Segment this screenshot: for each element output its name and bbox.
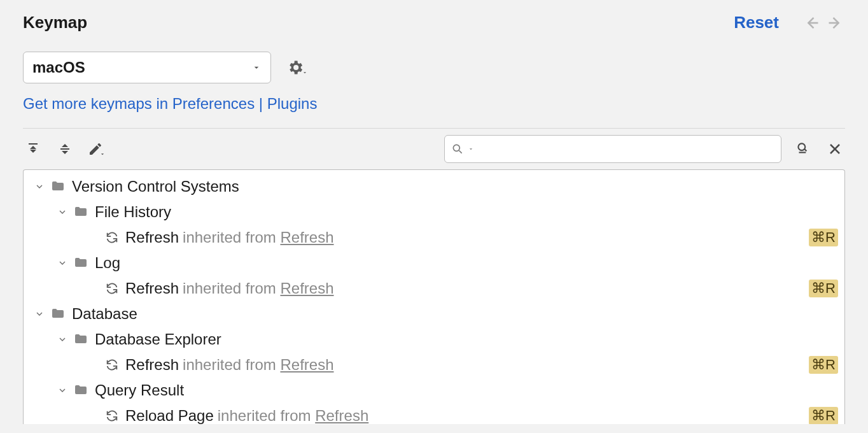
folder-icon: [73, 204, 88, 220]
find-by-shortcut-button[interactable]: [793, 139, 813, 159]
svg-rect-1: [60, 148, 69, 150]
inherited-from-link[interactable]: Refresh: [280, 356, 333, 374]
shortcut-badge: ⌘R: [809, 407, 838, 424]
tree-action-name: Refresh: [125, 229, 179, 246]
inherited-prefix: inherited from: [218, 407, 311, 424]
tree-subgroup[interactable]: File History: [24, 199, 844, 225]
page-title: Keymap: [23, 13, 87, 32]
search-icon: [451, 143, 464, 155]
inherited-from-link[interactable]: Refresh: [280, 229, 333, 246]
refresh-icon: [105, 281, 119, 295]
svg-rect-0: [29, 143, 38, 145]
chevron-down-icon: [32, 181, 46, 192]
tree-subgroup[interactable]: Database Explorer: [24, 327, 844, 352]
tree-action-name: Reload Page: [125, 407, 214, 424]
refresh-icon: [105, 231, 119, 245]
more-keymaps-link[interactable]: Get more keymaps in Preferences | Plugin…: [23, 95, 845, 113]
svg-point-2: [453, 145, 459, 151]
tree-group-label: Version Control Systems: [72, 178, 239, 195]
close-icon: [827, 141, 843, 157]
keymap-select-value: macOS: [32, 59, 85, 76]
expand-all-button[interactable]: [23, 139, 43, 159]
tree-subgroup[interactable]: Query Result: [24, 378, 844, 403]
keymap-tree[interactable]: Version Control Systems File History Ref…: [23, 169, 845, 424]
search-input[interactable]: [478, 142, 774, 157]
tree-action[interactable]: Refresh inherited from Refresh ⌘R: [24, 352, 844, 378]
folder-icon: [50, 179, 66, 194]
chevron-down-icon: [32, 309, 46, 319]
inherited-from-link[interactable]: Refresh: [315, 407, 368, 424]
tree-group-label: Database: [72, 305, 137, 323]
inherited-prefix: inherited from: [183, 280, 276, 297]
keymap-select[interactable]: macOS: [23, 52, 271, 83]
reset-button[interactable]: Reset: [734, 13, 779, 32]
folder-icon: [73, 383, 88, 398]
tree-subgroup-label: Log: [95, 254, 120, 272]
tree-subgroup[interactable]: Log: [24, 250, 844, 276]
chevron-down-small-icon: [99, 151, 106, 157]
forward-button[interactable]: [826, 13, 845, 32]
tree-group[interactable]: Database: [24, 301, 844, 327]
arrow-right-icon: [827, 14, 844, 32]
collapse-all-icon: [57, 141, 73, 157]
search-options-caret-icon[interactable]: [468, 146, 474, 152]
shortcut-badge: ⌘R: [809, 356, 838, 374]
chevron-down-icon: [55, 258, 69, 268]
edit-shortcut-button[interactable]: [87, 139, 107, 159]
back-button[interactable]: [802, 13, 821, 32]
chevron-down-icon: [55, 385, 69, 395]
caret-down-icon: [251, 62, 262, 73]
chevron-down-icon: [55, 207, 69, 217]
tree-subgroup-label: Database Explorer: [95, 330, 221, 348]
tree-subgroup-label: File History: [95, 203, 171, 221]
chevron-down-icon: [55, 334, 69, 344]
clear-search-button[interactable]: [825, 139, 845, 159]
tree-action-name: Refresh: [125, 356, 179, 374]
svg-line-3: [459, 151, 462, 153]
tree-action[interactable]: Refresh inherited from Refresh ⌘R: [24, 225, 844, 250]
tree-action[interactable]: Refresh inherited from Refresh ⌘R: [24, 276, 844, 301]
folder-icon: [50, 306, 66, 322]
shortcut-badge: ⌘R: [809, 229, 838, 246]
refresh-icon: [105, 358, 119, 372]
shortcut-badge: ⌘R: [809, 280, 838, 297]
folder-icon: [73, 332, 88, 347]
keymap-settings-button[interactable]: [286, 59, 308, 76]
inherited-prefix: inherited from: [183, 229, 276, 246]
refresh-icon: [105, 409, 119, 423]
chevron-down-small-icon: [302, 69, 308, 76]
tree-action[interactable]: Reload Page inherited from Refresh ⌘R: [24, 403, 844, 424]
inherited-prefix: inherited from: [183, 356, 276, 374]
tree-action-name: Refresh: [125, 280, 179, 297]
find-shortcut-icon: [795, 141, 811, 157]
tree-group[interactable]: Version Control Systems: [24, 174, 844, 199]
inherited-from-link[interactable]: Refresh: [280, 280, 333, 297]
arrow-left-icon: [802, 14, 820, 32]
collapse-all-button[interactable]: [55, 139, 75, 159]
expand-all-icon: [25, 141, 41, 157]
search-input-container[interactable]: [444, 135, 781, 163]
tree-subgroup-label: Query Result: [95, 381, 184, 399]
folder-icon: [73, 255, 88, 271]
